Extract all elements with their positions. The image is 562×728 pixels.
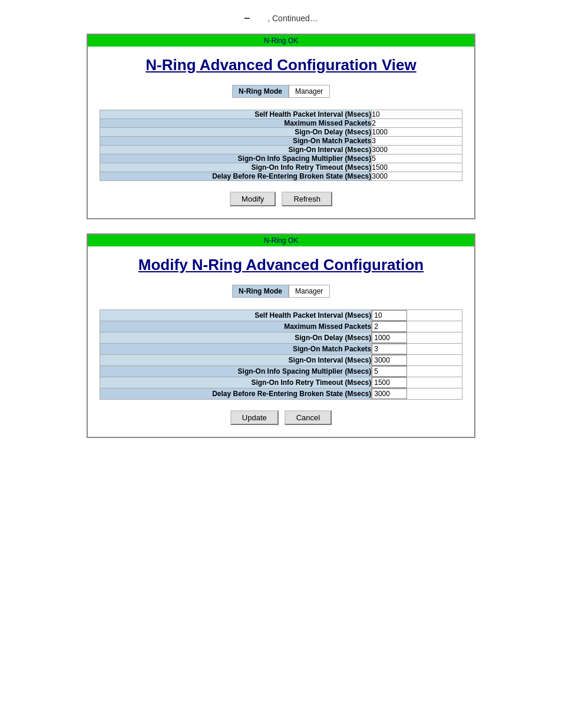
- field-label: Maximum Missed Packets: [100, 321, 372, 332]
- field-value: 2: [372, 119, 462, 128]
- field-label: Sign-On Info Retry Timeout (Msecs): [100, 377, 372, 388]
- update-button[interactable]: Update: [230, 410, 279, 425]
- field-label: Sign-On Interval (Msecs): [100, 355, 372, 366]
- table-row: Sign-On Info Retry Timeout (Msecs)1500: [100, 163, 462, 172]
- table-row: Sign-On Match Packets3: [100, 137, 462, 146]
- view-button-row: Modify Refresh: [100, 192, 462, 206]
- field-value: 3000: [372, 146, 462, 154]
- field-input[interactable]: [372, 355, 407, 365]
- field-label: Sign-On Info Spacing Multiplier (Msecs): [100, 366, 372, 377]
- field-value: 1000: [372, 128, 462, 137]
- modify-config-table: Self Health Packet Interval (Msecs)Maxim…: [100, 309, 462, 400]
- table-row: Sign-On Interval (Msecs)3000: [100, 146, 462, 154]
- field-value: 1500: [372, 163, 462, 172]
- field-label: Sign-On Info Spacing Multiplier (Msecs): [100, 154, 372, 163]
- field-value: 5: [372, 154, 462, 163]
- table-row: Sign-On Delay (Msecs): [100, 332, 462, 344]
- view-mode-value: Manager: [289, 85, 330, 98]
- field-value: 3: [372, 137, 462, 146]
- field-input[interactable]: [372, 321, 407, 332]
- table-row: Sign-On Interval (Msecs): [100, 355, 462, 366]
- table-row: Maximum Missed Packets: [100, 321, 462, 332]
- modify-panel-body: Modify N-Ring Advanced Configuration N-R…: [88, 246, 474, 437]
- table-row: Delay Before Re-Entering Broken State (M…: [100, 388, 462, 400]
- field-label: Sign-On Match Packets: [100, 137, 372, 146]
- view-panel-body: N-Ring Advanced Configuration View N-Rin…: [88, 47, 474, 218]
- page-header: – , Continued…: [24, 12, 538, 24]
- refresh-button[interactable]: Refresh: [282, 192, 332, 206]
- field-input-cell[interactable]: [372, 344, 462, 355]
- field-label: Sign-On Delay (Msecs): [100, 332, 372, 344]
- modify-button-row: Update Cancel: [100, 410, 462, 425]
- view-mode-label: N-Ring Mode: [232, 85, 289, 98]
- field-value: 3000: [372, 172, 462, 181]
- field-input-cell[interactable]: [372, 377, 462, 388]
- cancel-button[interactable]: Cancel: [285, 410, 332, 425]
- field-input[interactable]: [372, 310, 407, 321]
- field-input-cell[interactable]: [372, 332, 462, 344]
- table-row: Sign-On Delay (Msecs)1000: [100, 128, 462, 137]
- modify-panel: N-Ring OK Modify N-Ring Advanced Configu…: [87, 233, 475, 438]
- table-row: Sign-On Info Spacing Multiplier (Msecs): [100, 366, 462, 377]
- table-row: Self Health Packet Interval (Msecs)10: [100, 110, 462, 119]
- header-dash: –: [244, 12, 250, 24]
- modify-mode-row: N-Ring Mode Manager: [100, 285, 462, 298]
- table-row: Sign-On Info Retry Timeout (Msecs): [100, 377, 462, 388]
- field-input-cell[interactable]: [372, 355, 462, 366]
- field-input-cell[interactable]: [372, 310, 462, 321]
- field-input-cell[interactable]: [372, 321, 462, 332]
- field-label: Sign-On Match Packets: [100, 344, 372, 355]
- field-input-cell[interactable]: [372, 366, 462, 377]
- field-label: Delay Before Re-Entering Broken State (M…: [100, 172, 372, 181]
- modify-panel-main-title: Modify N-Ring Advanced Configuration: [100, 256, 462, 274]
- table-row: Self Health Packet Interval (Msecs): [100, 310, 462, 321]
- field-input-cell[interactable]: [372, 388, 462, 400]
- table-row: Sign-On Info Spacing Multiplier (Msecs)5: [100, 154, 462, 163]
- field-label: Self Health Packet Interval (Msecs): [100, 110, 372, 119]
- field-label: Sign-On Delay (Msecs): [100, 128, 372, 137]
- modify-mode-label: N-Ring Mode: [232, 285, 289, 298]
- modify-mode-value: Manager: [289, 285, 330, 298]
- field-label: Sign-On Interval (Msecs): [100, 146, 372, 154]
- modify-panel-title-bar: N-Ring OK: [88, 235, 474, 246]
- field-input[interactable]: [372, 377, 407, 388]
- view-mode-row: N-Ring Mode Manager: [100, 85, 462, 98]
- view-panel: N-Ring OK N-Ring Advanced Configuration …: [87, 34, 475, 219]
- view-panel-title-bar: N-Ring OK: [88, 35, 474, 47]
- table-row: Sign-On Match Packets: [100, 344, 462, 355]
- table-row: Delay Before Re-Entering Broken State (M…: [100, 172, 462, 181]
- field-input[interactable]: [372, 366, 407, 377]
- field-input[interactable]: [372, 344, 407, 354]
- field-label: Self Health Packet Interval (Msecs): [100, 310, 372, 321]
- field-value: 10: [372, 110, 462, 119]
- field-label: Sign-On Info Retry Timeout (Msecs): [100, 163, 372, 172]
- view-config-table: Self Health Packet Interval (Msecs)10Max…: [100, 110, 462, 181]
- header-continued: , Continued…: [267, 14, 318, 23]
- view-panel-main-title: N-Ring Advanced Configuration View: [100, 56, 462, 74]
- field-label: Maximum Missed Packets: [100, 119, 372, 128]
- table-row: Maximum Missed Packets2: [100, 119, 462, 128]
- modify-button[interactable]: Modify: [230, 192, 276, 206]
- field-input[interactable]: [372, 332, 407, 343]
- field-input[interactable]: [372, 388, 407, 399]
- field-label: Delay Before Re-Entering Broken State (M…: [100, 388, 372, 400]
